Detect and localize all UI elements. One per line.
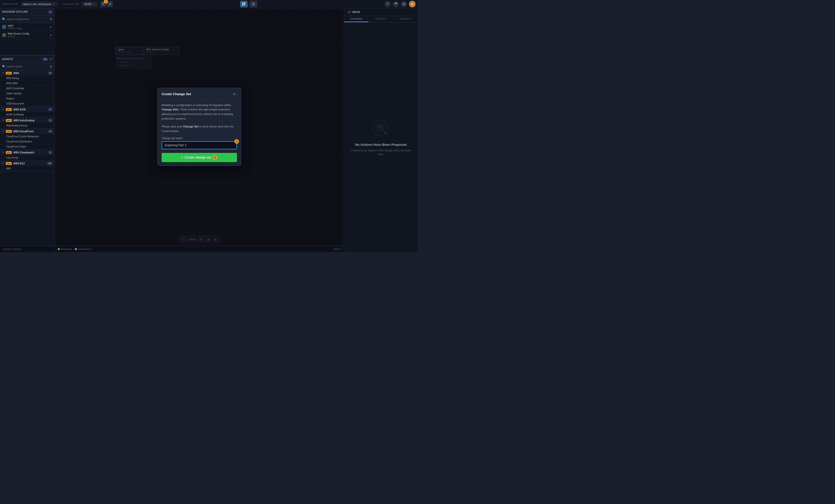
chevron-down-icon: ▼	[2, 130, 4, 132]
settings-button[interactable]: ⚙	[107, 1, 113, 7]
svg-line-10	[384, 131, 387, 134]
head-button[interactable]: H 1	[101, 1, 106, 7]
aws-cloudfront-header[interactable]: ▼ aws AWS CloudFront 3	[0, 128, 55, 134]
outline-item-nginx[interactable]: N nginx Docker Image ✓	[0, 23, 55, 31]
component-search-bar: 🔍 ▼	[0, 16, 55, 23]
no-actions-area: No Actions Have Been Proposed Propose so…	[344, 22, 418, 252]
nginx-icon: N	[2, 25, 6, 29]
aws-autoscaling-count: 1	[48, 119, 53, 122]
assets-filter-icon[interactable]: ▼	[49, 65, 53, 68]
diagram-view-button[interactable]	[240, 1, 248, 7]
avatar[interactable]: A	[409, 1, 415, 7]
aws-autoscaling-header[interactable]: ▼ aws AWS AutoScaling 1	[0, 118, 55, 123]
aws-acm-badge: aws	[6, 108, 12, 111]
aws-acm-group: ▼ aws AWS ACM 1 ACM Certificate	[0, 107, 55, 118]
gear-icon[interactable]: ⚙	[401, 1, 407, 7]
aws-acm-group-header[interactable]: ▼ aws AWS ACM 1	[0, 107, 55, 112]
discord-icon[interactable]	[393, 1, 399, 7]
right-panel-header: ⎇ HEAD	[344, 8, 418, 16]
aws-ec2-header[interactable]: ▼ aws AWS EC2 18	[0, 161, 55, 166]
create-changeset-button[interactable]: + Create change set 3	[162, 153, 237, 162]
modal-body: Modeling a configuration or extending SI…	[158, 100, 241, 166]
asset-item-caller-identity[interactable]: Caller Identity	[0, 91, 55, 96]
aws-group-name: AWS	[13, 72, 46, 75]
nginx-check-icon: ✓	[49, 25, 53, 29]
resources-dot	[58, 248, 60, 250]
total-label: Total: 2	[333, 248, 341, 250]
modal-header: Create Change Set ✕	[158, 88, 241, 100]
asset-item-cf-origin[interactable]: CloudFront Origin	[0, 144, 55, 149]
tab-history[interactable]: HISTORY	[368, 16, 393, 22]
asset-item-log-group[interactable]: Log Group	[0, 155, 55, 160]
bottom-status-bar: Resources Qualifications Total: 2	[55, 246, 344, 252]
aws-count: 6	[48, 71, 53, 75]
asset-item-aws-credential[interactable]: AWS Credential	[0, 86, 55, 91]
diagram-outline-title: DIAGRAM OUTLINE	[2, 10, 46, 13]
aws-acm-count: 1	[48, 108, 53, 111]
nginx-item-name: nginx	[8, 24, 48, 27]
system-initiative-label: System Initiative	[0, 246, 55, 252]
workspace-selector[interactable]: adam's dev workspace ▼	[21, 2, 57, 6]
resources-status: Resources	[58, 248, 72, 250]
search-assets-input[interactable]	[7, 65, 48, 68]
aws-badge: aws	[6, 72, 12, 75]
chevron-down-icon: ▼	[2, 108, 4, 111]
aws-autoscaling-group: ▼ aws AWS AutoScaling 1 AutoScaling Grou…	[0, 118, 55, 128]
create-changeset-label: Create change set	[185, 156, 211, 159]
changeset-label: CHANGE SET:	[63, 3, 80, 5]
tab-secrets[interactable]: SECRETS	[393, 16, 418, 22]
no-actions-illustration	[371, 118, 391, 139]
svg-rect-2	[242, 4, 244, 6]
aws-cloudwatch-header[interactable]: ▼ aws AWS Cloudwatch 1	[0, 150, 55, 155]
aws-group-header[interactable]: ▼ aws AWS 6	[0, 70, 55, 76]
step-badge-2: 2	[235, 139, 239, 144]
aws-autoscaling-badge: aws	[6, 119, 12, 122]
panel-tabs: CHANGES HISTORY SECRETS	[344, 16, 418, 22]
asset-item-cf-cache[interactable]: CloudFront Cache Behaviour	[0, 134, 55, 139]
help-icon[interactable]: ?	[385, 1, 391, 7]
aws-cloudwatch-badge: aws	[6, 151, 12, 154]
chevron-down-icon: ▼	[2, 151, 4, 154]
list-view-button[interactable]	[250, 1, 257, 7]
modal-close-button[interactable]: ✕	[232, 91, 237, 97]
create-icon: +	[181, 156, 183, 159]
asset-item-arn-string[interactable]: ARN String	[0, 76, 55, 81]
webserver-icon: W	[2, 33, 6, 37]
asset-item-autoscaling-group[interactable]: AutoScaling Group	[0, 123, 55, 128]
webserver-item-type: Butane	[8, 35, 48, 38]
canvas-container: nginx Docker Image Docker Hub Credential…	[55, 8, 344, 252]
tab-changes[interactable]: CHANGES	[344, 16, 368, 22]
asset-item-acm-cert[interactable]: ACM Certificate	[0, 112, 55, 117]
asset-item-ssm-document[interactable]: SSM Document	[0, 101, 55, 106]
asset-item-ami[interactable]: AMI	[0, 166, 55, 171]
changeset-selector[interactable]: HEAD ▼	[82, 2, 97, 6]
asset-item-aws-arn[interactable]: AWS ARN	[0, 81, 55, 86]
asset-item-cf-dist[interactable]: CloudFront Distribution	[0, 139, 55, 144]
nginx-item-type: Docker Image	[8, 27, 48, 29]
assets-header: ASSETS 81 ⓘ	[0, 56, 55, 63]
aws-cloudfront-name: AWS CloudFront	[13, 130, 46, 133]
search-components-input[interactable]	[7, 18, 48, 21]
assets-search-bar: 🔍 ▼	[0, 63, 55, 70]
change-set-name-input[interactable]	[162, 141, 237, 149]
top-right-actions: ? ⚙ A	[385, 1, 415, 7]
modal-input-label: Change set name*	[162, 137, 237, 140]
right-panel: ⎇ HEAD CHANGES HISTORY SECRETS No Action…	[344, 8, 418, 252]
step-badge-3: 3	[212, 155, 217, 160]
outline-item-webserver[interactable]: W Web Server Config Butane ✓	[0, 31, 55, 39]
asset-item-region[interactable]: Region	[0, 96, 55, 101]
aws-ec2-name: AWS EC2	[13, 162, 45, 165]
svg-rect-0	[242, 3, 244, 4]
panel-branch-icon: ⎇	[347, 10, 351, 14]
modal-title: Create Change Set	[162, 92, 232, 96]
assets-info-icon[interactable]: ⓘ	[49, 57, 53, 61]
aws-cloudfront-badge: aws	[6, 130, 12, 133]
top-center-nav	[115, 1, 383, 7]
filter-icon[interactable]: ▼	[49, 18, 53, 21]
aws-acm-name: AWS ACM	[13, 108, 46, 111]
canvas[interactable]: nginx Docker Image Docker Hub Credential…	[55, 8, 344, 246]
aws-ec2-count: 18	[47, 162, 53, 165]
changeset-action-icons: H 1 ⚙	[101, 1, 113, 7]
aws-cloudwatch-count: 1	[48, 151, 53, 154]
diagram-outline-badge: 2	[48, 10, 53, 14]
